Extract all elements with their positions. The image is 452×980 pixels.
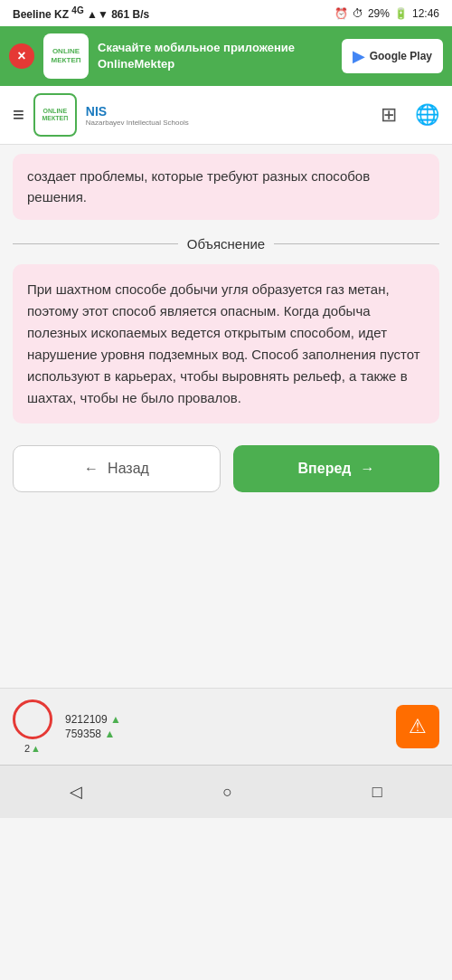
google-play-label: Google Play bbox=[370, 50, 432, 62]
warning-button[interactable]: ⚠ bbox=[396, 705, 439, 748]
partial-card: создает проблемы, которые требуют разных… bbox=[13, 154, 439, 220]
stat-row-2: 759358 ▲ bbox=[65, 728, 121, 740]
battery-indicator: 🔋 bbox=[394, 7, 408, 20]
android-back-button[interactable]: ◁ bbox=[52, 776, 100, 807]
battery-icon: 29% bbox=[368, 7, 390, 20]
explanation-card: При шахтном способе добычи угля образует… bbox=[13, 264, 439, 423]
forward-label: Вперед bbox=[298, 461, 352, 477]
circle-label: 2 ▲ bbox=[24, 743, 41, 754]
google-play-button[interactable]: ▶ Google Play bbox=[342, 39, 443, 73]
status-right: ⏰ ⏱ 29% 🔋 12:46 bbox=[334, 7, 439, 20]
android-recent-button[interactable]: □ bbox=[354, 777, 400, 807]
banner-text: Скачайте мобильное приложение OnlineMekt… bbox=[98, 40, 333, 72]
stats-panel: 9212109 ▲ 759358 ▲ bbox=[65, 713, 121, 740]
banner-close-button[interactable]: × bbox=[9, 43, 34, 69]
grid-icon[interactable]: ⊞ bbox=[381, 103, 397, 127]
section-label: Объяснение bbox=[187, 236, 265, 252]
warning-icon: ⚠ bbox=[409, 715, 427, 738]
globe-icon[interactable]: 🌐 bbox=[415, 103, 439, 127]
banner-logo: ONLINE МЕКТЕП bbox=[43, 33, 89, 79]
arrow-right-icon: → bbox=[360, 461, 374, 477]
back-button[interactable]: ← Назад bbox=[13, 445, 221, 492]
android-nav-bar: ◁ ○ □ bbox=[0, 765, 452, 818]
clock-icon: ⏰ bbox=[334, 7, 348, 20]
android-home-button[interactable]: ○ bbox=[204, 777, 250, 807]
back-label: Назад bbox=[108, 461, 149, 477]
online-mektep-logo: ONLINE МЕКТЕП bbox=[33, 93, 77, 137]
section-divider: Объяснение bbox=[13, 236, 439, 252]
nis-logo: NIS Nazarbayev Intellectual Schools bbox=[86, 104, 189, 127]
divider-line-right bbox=[274, 243, 439, 244]
nav-bar: ≡ ONLINE МЕКТЕП NIS Nazarbayev Intellect… bbox=[0, 86, 452, 145]
circle-indicator: 2 ▲ bbox=[13, 699, 52, 739]
carrier-info: Beeline KZ 4G ▲▼ 861 B/s bbox=[13, 5, 149, 21]
google-play-icon: ▶ bbox=[353, 46, 365, 66]
stat-row-1: 9212109 ▲ bbox=[65, 713, 121, 726]
bottom-status-area: 2 ▲ 9212109 ▲ 759358 ▲ ⚠ bbox=[0, 688, 452, 765]
circle-up-icon: ▲ bbox=[31, 743, 41, 754]
promo-banner: × ONLINE МЕКТЕП Скачайте мобильное прило… bbox=[0, 26, 452, 86]
menu-icon[interactable]: ≡ bbox=[13, 103, 24, 127]
arrow-left-icon: ← bbox=[84, 461, 99, 477]
main-content: создает проблемы, которые требуют разных… bbox=[0, 145, 452, 688]
alarm-icon: ⏱ bbox=[353, 7, 363, 20]
status-bar: Beeline KZ 4G ▲▼ 861 B/s ⏰ ⏱ 29% 🔋 12:46 bbox=[0, 0, 452, 26]
time-display: 12:46 bbox=[412, 7, 439, 20]
stat2-up-icon: ▲ bbox=[104, 728, 115, 740]
stat1-up-icon: ▲ bbox=[110, 713, 121, 726]
forward-button[interactable]: Вперед → bbox=[233, 445, 439, 492]
nav-buttons: ← Назад Вперед → bbox=[13, 445, 439, 492]
circle-badge bbox=[13, 699, 52, 739]
divider-line-left bbox=[13, 243, 178, 244]
